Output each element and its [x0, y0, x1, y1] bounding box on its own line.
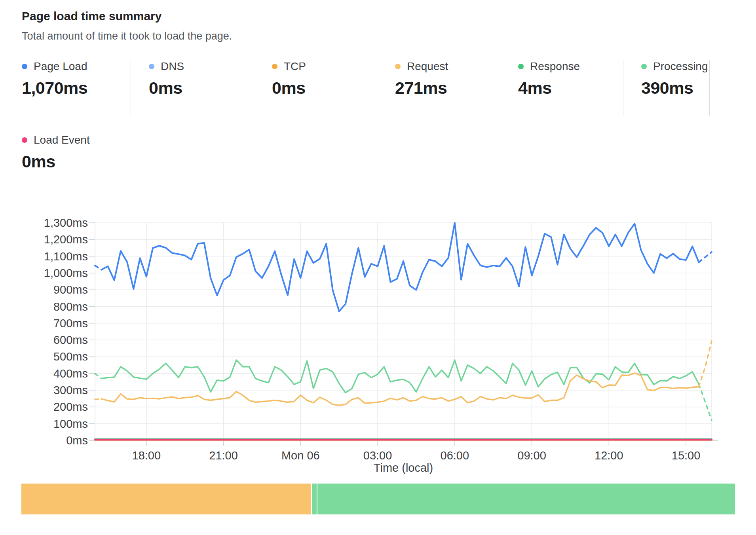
- response-dot-icon: [518, 64, 524, 69]
- y-axis-label: 1,000ms: [0, 266, 88, 280]
- y-axis-label: 400ms: [0, 367, 88, 380]
- bar-segment-request: [21, 484, 311, 514]
- stat-request[interactable]: Request 271ms: [377, 60, 500, 116]
- y-axis-label: 300ms: [0, 383, 88, 397]
- stat-value: 0ms: [22, 152, 90, 171]
- y-axis-label: 100ms: [0, 417, 88, 431]
- x-axis-label: Mon 06: [269, 449, 332, 462]
- stat-load-event[interactable]: Load Event 0ms: [22, 134, 90, 171]
- stat-label: DNS: [161, 60, 184, 73]
- timing-distribution-bar[interactable]: [21, 484, 735, 514]
- stat-tcp[interactable]: TCP 0ms: [254, 60, 377, 116]
- y-axis-label: 800ms: [0, 300, 88, 313]
- y-axis-label: 1,100ms: [0, 250, 88, 263]
- stat-processing[interactable]: Processing 390ms: [623, 60, 710, 116]
- stat-label: Load Event: [34, 134, 90, 146]
- x-axis-label: 03:00: [346, 449, 409, 462]
- y-axis-label: 900ms: [0, 283, 88, 296]
- page-title: Page load time summary: [22, 9, 161, 23]
- y-axis-label: 1,300ms: [0, 216, 88, 230]
- stat-label: Request: [407, 60, 448, 73]
- dns-dot-icon: [149, 64, 154, 69]
- x-axis-label: 09:00: [500, 449, 564, 462]
- x-axis-label: 18:00: [115, 449, 178, 462]
- y-axis-label: 0ms: [0, 434, 88, 447]
- stat-response[interactable]: Response 4ms: [500, 60, 623, 116]
- page-subtitle: Total amount of time it took to load the…: [22, 30, 232, 42]
- x-axis-label: 12:00: [577, 449, 640, 462]
- x-axis-label: 06:00: [423, 449, 486, 462]
- y-axis-label: 200ms: [0, 400, 88, 414]
- stat-value: 0ms: [272, 78, 377, 98]
- request-dot-icon: [395, 64, 401, 69]
- stat-label: Response: [530, 60, 580, 73]
- load-event-dot-icon: [22, 137, 27, 143]
- y-axis-label: 1,200ms: [0, 233, 88, 246]
- y-axis-label: 700ms: [0, 317, 88, 330]
- processing-dot-icon: [641, 64, 647, 69]
- stat-value: 4ms: [518, 78, 623, 98]
- stat-value: 0ms: [149, 78, 254, 98]
- x-axis-label: 15:00: [654, 449, 718, 462]
- tcp-dot-icon: [272, 64, 277, 69]
- x-axis-labels: 18:0021:00Mon 0603:0006:0009:0012:0015:0…: [95, 446, 712, 462]
- page-load-time-chart[interactable]: [95, 223, 712, 440]
- stat-label: Page Load: [34, 60, 87, 73]
- stat-value: 271ms: [395, 78, 500, 98]
- y-axis-labels: 0ms100ms200ms300ms400ms500ms600ms700ms80…: [0, 223, 88, 440]
- legend-stats-row: Page Load 1,070ms DNS 0ms TCP 0ms Reques…: [22, 60, 710, 116]
- x-axis-title: Time (local): [95, 461, 712, 474]
- stat-page-load[interactable]: Page Load 1,070ms: [22, 60, 131, 116]
- bar-segment-processing-sliver: [312, 484, 317, 514]
- x-axis-label: 21:00: [192, 449, 255, 462]
- page-load-dot-icon: [22, 64, 27, 69]
- stat-label: Processing: [653, 60, 708, 73]
- stat-dns[interactable]: DNS 0ms: [131, 60, 254, 116]
- y-axis-label: 600ms: [0, 333, 88, 347]
- y-axis-label: 500ms: [0, 350, 88, 363]
- stat-value: 390ms: [641, 78, 709, 98]
- stat-label: TCP: [284, 60, 306, 73]
- stat-value: 1,070ms: [22, 78, 131, 98]
- bar-segment-processing: [317, 484, 735, 514]
